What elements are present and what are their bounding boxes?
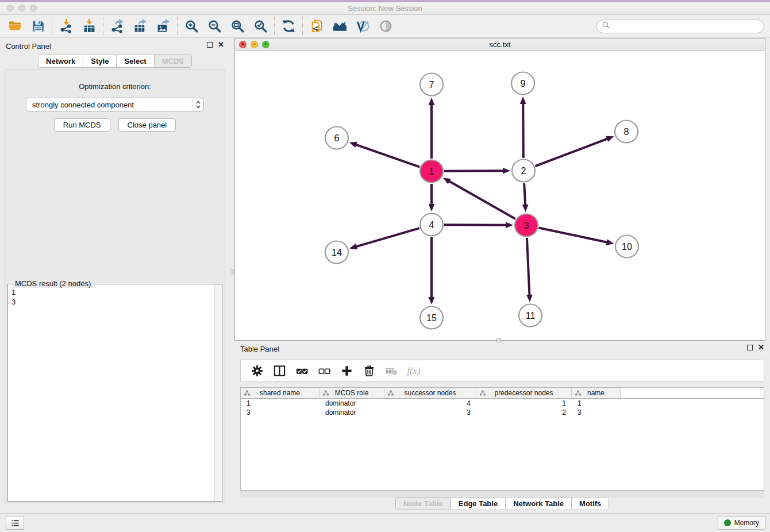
svg-text:11: 11 [526, 311, 536, 321]
svg-text:8: 8 [624, 127, 629, 137]
table-panel-title: Table Panel [240, 345, 279, 353]
home-icon[interactable] [328, 17, 351, 36]
tab-style[interactable]: Style [83, 55, 116, 67]
edge-1-6[interactable] [354, 144, 419, 167]
edge-2-9[interactable] [523, 102, 523, 158]
splitter-grip[interactable] [230, 269, 234, 275]
zoom-selected-icon[interactable] [249, 17, 272, 36]
memory-button[interactable]: Memory [718, 516, 765, 530]
zoom-out-icon[interactable] [203, 17, 226, 36]
edge-4-3[interactable] [444, 225, 508, 225]
edge-3-10[interactable] [539, 228, 609, 243]
svg-text:9: 9 [521, 79, 526, 88]
panel-splitter[interactable] [230, 38, 234, 513]
edge-2-8[interactable] [536, 138, 610, 166]
table-cell[interactable]: 1 [241, 399, 319, 408]
table-header-row: shared nameMCDS rolesuccessor nodesprede… [241, 388, 764, 399]
table-cell[interactable]: 3 [241, 408, 319, 417]
table-cell[interactable]: dominator [319, 399, 384, 408]
svg-text:3: 3 [524, 221, 529, 230]
tab-select[interactable]: Select [116, 55, 153, 67]
graph-node-8[interactable]: 8 [615, 121, 638, 143]
export-table-icon[interactable] [129, 17, 152, 36]
column-header-predecessor-nodes[interactable]: predecessor nodes [476, 388, 572, 398]
zoom-fit-icon[interactable] [226, 17, 249, 36]
delete-column-icon[interactable] [359, 362, 380, 379]
network-canvas[interactable]: 7968124314101511 [235, 51, 765, 340]
svg-text:6: 6 [334, 133, 340, 143]
table-cell[interactable]: 1 [476, 399, 572, 408]
table-row[interactable]: 3dominator323 [241, 408, 764, 417]
duplicate-network-icon[interactable] [305, 17, 328, 36]
graph-node-14[interactable]: 14 [325, 241, 348, 264]
search-icon [602, 21, 613, 32]
close-table-panel-icon[interactable]: ✕ [758, 345, 764, 350]
tab-edge-table[interactable]: Edge Table [451, 498, 505, 510]
task-history-button[interactable] [6, 516, 24, 530]
edge-2-3[interactable] [524, 183, 525, 207]
column-header-MCDS-role[interactable]: MCDS role [319, 388, 384, 398]
edge-1-2[interactable] [444, 171, 505, 171]
network-graph[interactable]: 7968124314101511 [235, 51, 765, 340]
table-cell[interactable]: 3 [384, 408, 476, 417]
add-column-icon[interactable] [336, 362, 357, 379]
graph-node-9[interactable]: 9 [511, 72, 534, 95]
run-mcds-button[interactable]: Run MCDS [54, 118, 110, 132]
tab-network-table[interactable]: Network Table [505, 498, 571, 510]
table-cell[interactable]: dominator [319, 408, 384, 417]
float-table-panel-icon[interactable] [747, 345, 753, 350]
search-box[interactable] [596, 20, 764, 33]
titlebar-accent-strip [0, 0, 770, 2]
close-panel-button[interactable]: Close panel [118, 118, 176, 132]
column-header-shared-name[interactable]: shared name [241, 388, 319, 398]
style-preview-icon[interactable] [351, 17, 374, 36]
hide-preview-icon[interactable] [374, 17, 397, 36]
graph-node-1[interactable]: 1 [420, 160, 443, 183]
import-table-icon[interactable] [78, 17, 101, 36]
table-cell[interactable]: 2 [476, 408, 572, 417]
table-row[interactable]: 1dominator411 [241, 399, 764, 408]
graph-node-3[interactable]: 3 [515, 214, 538, 237]
tab-mcds[interactable]: MCDS [154, 55, 191, 67]
settings-gear-icon[interactable] [247, 362, 268, 379]
graph-node-4[interactable]: 4 [420, 214, 443, 236]
control-panel-title: Control Panel [6, 42, 51, 51]
zoom-in-icon[interactable] [180, 17, 203, 36]
graph-node-6[interactable]: 6 [325, 127, 348, 149]
graph-node-2[interactable]: 2 [512, 160, 535, 182]
close-panel-icon[interactable]: ✕ [218, 42, 224, 48]
tab-motifs[interactable]: Motifs [571, 498, 609, 510]
svg-text:10: 10 [622, 242, 632, 252]
edge-arrowhead [349, 244, 357, 249]
graph-node-10[interactable]: 10 [615, 236, 638, 258]
optimization-criterion-dropdown[interactable]: strongly connected component [26, 98, 204, 111]
search-input[interactable] [613, 22, 759, 30]
column-selector-icon[interactable] [269, 362, 290, 379]
deselect-all-icon[interactable] [314, 362, 335, 379]
graph-node-7[interactable]: 7 [420, 74, 443, 96]
edge-arrowhead [506, 222, 513, 228]
refresh-layout-icon[interactable] [277, 17, 300, 36]
export-network-icon[interactable] [106, 17, 129, 36]
float-panel-icon[interactable] [207, 42, 213, 48]
mcds-result-line: 1 [11, 287, 218, 297]
select-all-icon[interactable] [291, 362, 313, 379]
table-cell[interactable]: 4 [384, 399, 476, 408]
graph-node-15[interactable]: 15 [420, 307, 443, 329]
column-header-name[interactable]: name [572, 388, 621, 398]
result-scrollbar[interactable] [214, 284, 222, 501]
edge-arrowhead [526, 295, 533, 302]
tab-network[interactable]: Network [38, 55, 83, 67]
table-cell[interactable]: 1 [572, 399, 621, 408]
column-header-successor-nodes[interactable]: successor nodes [384, 388, 476, 398]
save-session-icon[interactable] [26, 17, 49, 36]
edge-3-11[interactable] [527, 238, 530, 297]
edge-3-1[interactable] [448, 180, 515, 219]
import-network-icon[interactable] [55, 17, 78, 36]
table-cell[interactable]: 3 [572, 408, 621, 417]
tab-node-table[interactable]: Node Table [396, 498, 451, 510]
edge-4-14[interactable] [355, 228, 419, 247]
graph-node-11[interactable]: 11 [519, 304, 542, 327]
open-session-icon[interactable] [3, 17, 26, 36]
export-image-icon[interactable] [152, 17, 175, 36]
